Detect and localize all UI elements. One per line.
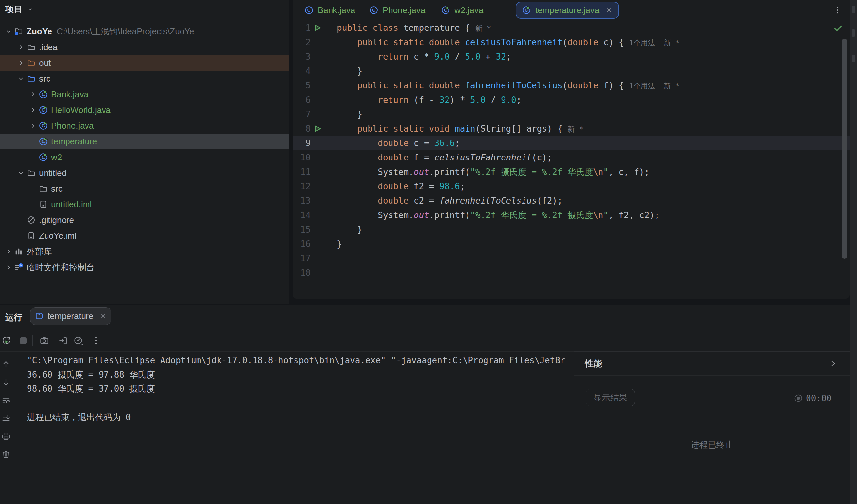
- chevron-right-icon[interactable]: [28, 102, 38, 118]
- gutter-line-number[interactable]: 10: [292, 150, 310, 165]
- tree-item-ZuoYe[interactable]: ZuoYeC:\Users\王泯钧\IdeaProjects\ZuoYe: [0, 23, 289, 39]
- gutter-line-number[interactable]: 17: [292, 251, 310, 265]
- tree-item-label: ZuoYe.iml: [39, 231, 77, 241]
- editor-tab-Phone.java[interactable]: CPhone.java: [369, 0, 425, 20]
- chevron-right-icon[interactable]: [28, 86, 38, 102]
- code-line-13[interactable]: double c2 = fahrenheitToCelsius(f2);: [337, 193, 562, 208]
- run-config-tab[interactable]: temperature: [30, 307, 112, 325]
- gutter-line-number[interactable]: 15: [292, 222, 310, 237]
- tree-item-temperature[interactable]: Ctemperature: [0, 134, 289, 149]
- run-gutter-icon[interactable]: [314, 23, 322, 32]
- chevron-right-icon[interactable]: [3, 259, 14, 275]
- chevron-down-icon[interactable]: [3, 23, 14, 39]
- gutter-line-number[interactable]: 18: [292, 265, 310, 280]
- editor-scrollbar[interactable]: [842, 39, 847, 259]
- code-line-2[interactable]: public static double celsiusToFahrenheit…: [337, 35, 680, 50]
- gutter-line-number[interactable]: 2: [292, 35, 310, 50]
- chevron-down-icon[interactable]: [16, 165, 26, 181]
- code-line-8[interactable]: public static void main(String[] args) {…: [337, 122, 584, 136]
- scroll-down-button[interactable]: [1, 378, 11, 387]
- more-options-kebab-button[interactable]: [91, 336, 101, 346]
- code-token: f2 =: [408, 181, 439, 191]
- class-icon: C: [304, 5, 314, 15]
- tree-item-src[interactable]: src: [0, 71, 289, 86]
- close-icon[interactable]: [99, 312, 107, 320]
- chevron-right-icon[interactable]: [16, 39, 26, 55]
- code-line-3[interactable]: return c * 9.0 / 5.0 + 32;: [337, 50, 511, 64]
- code-token: double: [378, 138, 408, 148]
- editor-tab-temperature.java[interactable]: Ctemperature.java: [516, 2, 619, 19]
- gutter-line-number[interactable]: 1: [292, 21, 310, 35]
- gutter-line-number[interactable]: 6: [292, 93, 310, 107]
- gutter-line-number[interactable]: 13: [292, 193, 310, 208]
- gutter-line-number[interactable]: 16: [292, 237, 310, 251]
- soft-wrap-button[interactable]: [1, 396, 11, 405]
- code-line-12[interactable]: double f2 = 98.6;: [337, 179, 465, 193]
- gutter-line-number[interactable]: 3: [292, 50, 310, 64]
- run-toolwindow-title: 运行: [5, 312, 22, 323]
- code-line-1[interactable]: public class temperature { 新 *: [337, 21, 491, 35]
- class-run-icon: C: [38, 134, 48, 149]
- code-line-4[interactable]: }: [337, 64, 362, 78]
- inspections-ok-check-icon[interactable]: [833, 23, 843, 33]
- tree-item-外部库[interactable]: 外部库: [0, 244, 289, 259]
- code-token: public: [357, 81, 388, 90]
- code-line-9[interactable]: double c = 36.6;: [337, 136, 460, 150]
- gutter-line-number[interactable]: 11: [292, 165, 310, 179]
- gutter-line-number[interactable]: 12: [292, 179, 310, 193]
- code-line-5[interactable]: public static double fahrenheitToCelsius…: [337, 78, 680, 93]
- scroll-to-end-button[interactable]: [1, 414, 11, 423]
- code-line-14[interactable]: System.out.printf("%.2f 华氏度 = %.2f 摄氏度\n…: [337, 208, 660, 222]
- close-icon[interactable]: [605, 6, 613, 14]
- tree-item-临时文件和控制台[interactable]: 临时文件和控制台: [0, 259, 289, 275]
- tree-item-w2[interactable]: Cw2: [0, 149, 289, 165]
- code-line-15[interactable]: }: [337, 222, 362, 237]
- stripe-icon[interactable]: [852, 55, 855, 62]
- tree-item-src[interactable]: src: [0, 181, 289, 196]
- gutter-line-number[interactable]: 14: [292, 208, 310, 222]
- rerun-button[interactable]: [1, 336, 11, 346]
- tree-item-untitled[interactable]: untitled: [0, 165, 289, 181]
- tree-item-Phone.java[interactable]: CPhone.java: [0, 118, 289, 134]
- clear-console-button[interactable]: [1, 450, 11, 459]
- code-line-11[interactable]: System.out.printf("%.2f 摄氏度 = %.2f 华氏度\n…: [337, 165, 649, 179]
- chevron-right-icon[interactable]: [28, 118, 38, 134]
- gutter-line-number[interactable]: 5: [292, 78, 310, 93]
- stop-button[interactable]: [18, 336, 28, 346]
- tree-item-HelloWorld.java[interactable]: CHelloWorld.java: [0, 102, 289, 118]
- code-line-7[interactable]: }: [337, 107, 362, 122]
- editor-tab-Bank.java[interactable]: CBank.java: [304, 0, 355, 20]
- profiler-gauge-button[interactable]: [73, 336, 83, 346]
- print-button[interactable]: [1, 432, 11, 441]
- code-line-10[interactable]: double f = celsiusToFahrenheit(c);: [337, 150, 552, 165]
- code-line-16[interactable]: }: [337, 237, 342, 251]
- stripe-icon[interactable]: [852, 30, 855, 37]
- code-line-6[interactable]: return (f - 32) * 5.0 / 9.0;: [337, 93, 522, 107]
- gutter-line-number[interactable]: 9: [292, 136, 310, 150]
- tree-item-.idea[interactable]: .idea: [0, 39, 289, 55]
- editor-tab-label: Phone.java: [383, 5, 425, 15]
- run-gutter-icon[interactable]: [314, 124, 322, 133]
- chevron-right-icon[interactable]: [3, 244, 14, 259]
- gutter-line-number[interactable]: 8: [292, 122, 310, 136]
- gutter-line-number[interactable]: 4: [292, 64, 310, 78]
- chevron-right-icon[interactable]: [829, 359, 837, 368]
- tab-options-kebab-icon[interactable]: [833, 5, 842, 15]
- scroll-up-button[interactable]: [1, 360, 11, 369]
- editor-tab-w2.java[interactable]: Cw2.java: [441, 0, 483, 20]
- snapshot-camera-button[interactable]: [39, 336, 49, 346]
- run-config-tab-label: temperature: [48, 311, 94, 321]
- gutter-line-number[interactable]: 7: [292, 107, 310, 122]
- tree-item-Bank.java[interactable]: CBank.java: [0, 86, 289, 102]
- export-console-button[interactable]: [58, 336, 68, 346]
- tree-item-.gitignore[interactable]: .gitignore: [0, 212, 289, 228]
- stripe-icon[interactable]: [852, 6, 855, 13]
- project-panel-header[interactable]: 项目: [0, 0, 289, 18]
- tree-item-untitled.iml[interactable]: untitled.iml: [0, 196, 289, 212]
- chevron-down-icon[interactable]: [16, 71, 26, 86]
- chevron-down-icon[interactable]: [27, 5, 34, 13]
- chevron-right-icon[interactable]: [16, 55, 26, 71]
- tree-item-ZuoYe.iml[interactable]: ZuoYe.iml: [0, 228, 289, 244]
- tree-item-out[interactable]: out: [0, 55, 289, 71]
- show-results-button[interactable]: 显示结果: [586, 389, 635, 406]
